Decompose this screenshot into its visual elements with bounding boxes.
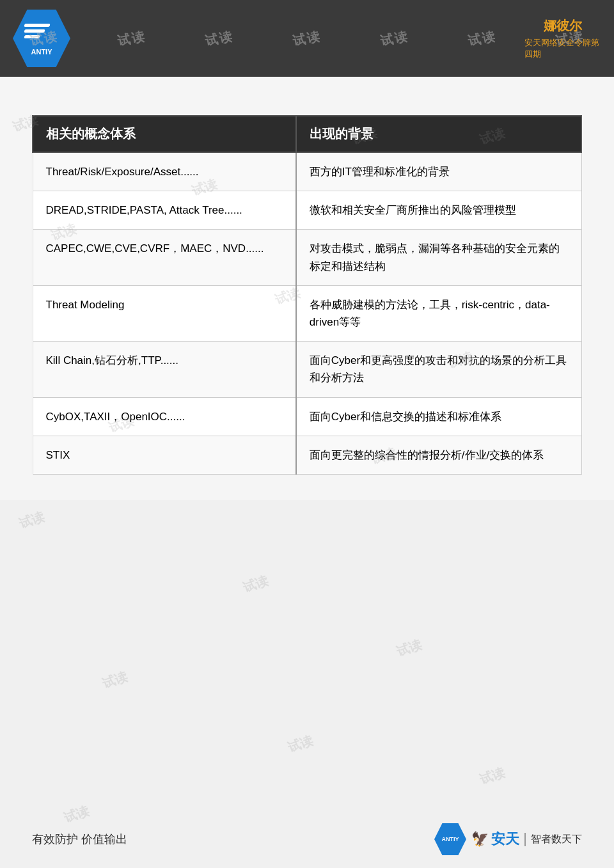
table-cell-background: 面向Cyber和信息交换的描述和标准体系 xyxy=(296,397,581,436)
header-watermarks: 试读 试读 试读 试读 试读 试读 试读 xyxy=(0,0,614,77)
logo-line-3 xyxy=(24,35,40,38)
table-cell-background: 微软和相关安全厂商所推出的风险管理模型 xyxy=(296,191,581,230)
main-content: 相关的概念体系 出现的背景 Threat/Risk/Exposure/Asset… xyxy=(0,77,614,500)
footer-logo-antiy: ANTIY xyxy=(442,836,459,842)
table-header-row: 相关的概念体系 出现的背景 xyxy=(33,116,581,152)
table-row: Threat Modeling各种威胁建模的方法论，工具，risk-centri… xyxy=(33,285,581,341)
brand-name: 娜彼尔 xyxy=(544,17,582,35)
table-row: Kill Chain,钻石分析,TTP......面向Cyber和更高强度的攻击… xyxy=(33,342,581,397)
table-row: CAPEC,CWE,CVE,CVRF，MAEC，NVD......对攻击模式，脆… xyxy=(33,230,581,285)
table-row: Threat/Risk/Exposure/Asset......西方的IT管理和… xyxy=(33,152,581,191)
table-row: CybOX,TAXII，OpenIOC......面向Cyber和信息交换的描述… xyxy=(33,397,581,436)
table-cell-concept: Threat Modeling xyxy=(33,285,296,341)
table-row: STIX面向更完整的综合性的情报分析/作业/交换的体系 xyxy=(33,436,581,474)
body-wm-13: 试读 xyxy=(100,668,130,693)
footer-slogan: 有效防护 价值输出 xyxy=(32,832,127,847)
logo-lines xyxy=(24,24,50,38)
table-cell-concept: DREAD,STRIDE,PASTA, Attack Tree...... xyxy=(33,191,296,230)
table-cell-concept: Kill Chain,钻石分析,TTP...... xyxy=(33,342,296,397)
footer: 有效防护 价值输出 ANTIY 🦅 安天 智者数天下 xyxy=(32,823,582,855)
header-wm-5: 试读 xyxy=(379,28,410,49)
col2-header: 出现的背景 xyxy=(296,116,581,152)
table-cell-concept: Threat/Risk/Exposure/Asset...... xyxy=(33,152,296,191)
body-wm-15: 试读 xyxy=(478,764,508,789)
logo-line-2 xyxy=(24,29,45,33)
table-cell-background: 对攻击模式，脆弱点，漏洞等各种基础的安全元素的标定和描述结构 xyxy=(296,230,581,285)
table-cell-concept: CAPEC,CWE,CVE,CVRF，MAEC，NVD...... xyxy=(33,230,296,285)
footer-logo: ANTIY 🦅 安天 智者数天下 xyxy=(434,823,582,855)
header-wm-2: 试读 xyxy=(116,28,147,49)
footer-logo-text-area: 🦅 安天 智者数天下 xyxy=(471,830,582,849)
body-wm-12: 试读 xyxy=(395,636,425,661)
footer-logo-sub: 智者数天下 xyxy=(524,833,582,846)
brand-sub: 安天网络安全令牌第四期 xyxy=(524,37,601,60)
footer-logo-icon: ANTIY xyxy=(434,823,466,855)
footer-logo-name: 安天 xyxy=(491,830,519,849)
header-wm-3: 试读 xyxy=(204,28,235,49)
table-cell-background: 西方的IT管理和标准化的背景 xyxy=(296,152,581,191)
table-cell-concept: CybOX,TAXII，OpenIOC...... xyxy=(33,397,296,436)
header: ANTIY 试读 试读 试读 试读 试读 试读 试读 娜彼尔 安天网络安全令牌第… xyxy=(0,0,614,77)
table-cell-background: 各种威胁建模的方法论，工具，risk-centric，data-driven等等 xyxy=(296,285,581,341)
table-cell-background: 面向Cyber和更高强度的攻击和对抗的场景的分析工具和分析方法 xyxy=(296,342,581,397)
footer-logo-brand: 🦅 xyxy=(471,831,489,848)
concept-table: 相关的概念体系 出现的背景 Threat/Risk/Exposure/Asset… xyxy=(32,115,582,475)
table-row: DREAD,STRIDE,PASTA, Attack Tree......微软和… xyxy=(33,191,581,230)
header-brand: 娜彼尔 安天网络安全令牌第四期 xyxy=(524,13,601,64)
body-wm-11: 试读 xyxy=(241,572,271,597)
table-cell-background: 面向更完整的综合性的情报分析/作业/交换的体系 xyxy=(296,436,581,474)
header-logo: ANTIY xyxy=(13,10,70,67)
logo-label: ANTIY xyxy=(31,48,52,56)
body-wm-14: 试读 xyxy=(286,732,316,757)
header-wm-4: 试读 xyxy=(292,28,322,49)
logo-line-1 xyxy=(24,24,50,27)
table-cell-concept: STIX xyxy=(33,436,296,474)
col1-header: 相关的概念体系 xyxy=(33,116,296,152)
body-wm-10: 试读 xyxy=(17,508,47,533)
header-wm-6: 试读 xyxy=(467,28,498,49)
